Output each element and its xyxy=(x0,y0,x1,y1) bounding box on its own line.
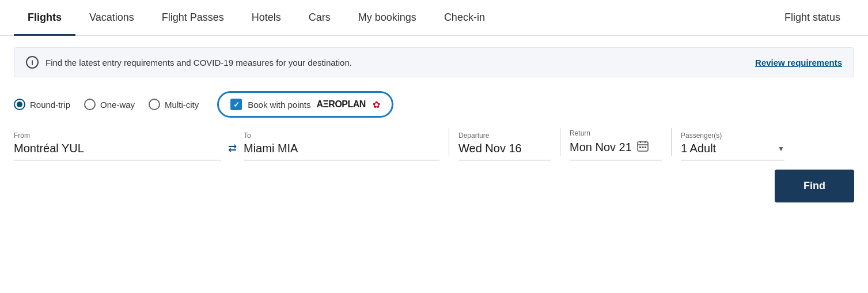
one-way-label: One-way xyxy=(100,100,135,110)
covid-info-banner: i Find the latest entry requirements and… xyxy=(14,47,854,77)
aeroplan-brand: AΞROPLAN xyxy=(316,99,365,110)
return-value-row: Mon Nov 21 xyxy=(570,140,662,160)
trip-options-row: Round-trip One-way Multi-city ✓ Book wit… xyxy=(0,84,868,122)
find-button-row: Find xyxy=(0,160,868,215)
banner-text: Find the latest entry requirements and C… xyxy=(46,58,755,67)
multi-city-option[interactable]: Multi-city xyxy=(149,99,199,110)
nav-check-in[interactable]: Check-in xyxy=(430,0,499,36)
return-field[interactable]: Return Mon Nov 21 xyxy=(570,129,662,160)
from-value[interactable]: Montréal YUL xyxy=(14,142,221,160)
from-field[interactable]: From Montréal YUL xyxy=(14,132,221,160)
aeroplan-checkbox: ✓ xyxy=(230,99,242,110)
passengers-label: Passenger(s) xyxy=(681,132,784,140)
nav-flight-status[interactable]: Flight status xyxy=(771,0,854,36)
round-trip-radio[interactable] xyxy=(14,99,25,110)
one-way-radio[interactable] xyxy=(84,99,96,110)
review-requirements-link[interactable]: Review requirements xyxy=(755,58,842,67)
round-trip-radio-inner xyxy=(17,102,22,107)
main-nav: Flights Vacations Flight Passes Hotels C… xyxy=(0,0,868,36)
nav-cars[interactable]: Cars xyxy=(295,0,344,36)
svg-rect-4 xyxy=(639,146,641,148)
round-trip-label: Round-trip xyxy=(30,100,70,110)
field-divider-3 xyxy=(671,128,672,156)
maple-leaf-icon: ✿ xyxy=(373,99,380,110)
aeroplan-toggle[interactable]: ✓ Book with points AΞROPLAN ✿ xyxy=(217,91,393,118)
return-value[interactable]: Mon Nov 21 xyxy=(570,141,632,154)
to-field[interactable]: To Miami MIA xyxy=(244,132,439,160)
multi-city-label: Multi-city xyxy=(165,100,199,110)
nav-my-bookings[interactable]: My bookings xyxy=(344,0,430,36)
nav-hotels[interactable]: Hotels xyxy=(238,0,295,36)
svg-rect-5 xyxy=(642,146,643,148)
one-way-option[interactable]: One-way xyxy=(84,99,135,110)
find-button[interactable]: Find xyxy=(775,170,854,202)
round-trip-option[interactable]: Round-trip xyxy=(14,99,70,110)
multi-city-radio[interactable] xyxy=(149,99,160,110)
search-fields-row: From Montréal YUL ⇄ To Miami MIA Departu… xyxy=(0,122,868,160)
departure-field[interactable]: Departure Wed Nov 16 xyxy=(458,132,551,160)
calendar-icon[interactable] xyxy=(636,140,649,155)
checkmark-icon: ✓ xyxy=(233,100,240,109)
passengers-field[interactable]: Passenger(s) 1 Adult ▼ xyxy=(681,132,784,160)
to-value[interactable]: Miami MIA xyxy=(244,142,439,160)
svg-rect-6 xyxy=(645,146,646,148)
swap-button[interactable]: ⇄ xyxy=(228,142,237,155)
return-label: Return xyxy=(570,129,662,137)
departure-label: Departure xyxy=(458,132,551,140)
field-divider xyxy=(449,128,449,156)
nav-flight-passes[interactable]: Flight Passes xyxy=(148,0,238,36)
passengers-value-row: 1 Adult ▼ xyxy=(681,142,784,160)
to-label: To xyxy=(244,132,439,140)
from-label: From xyxy=(14,132,221,140)
passengers-value[interactable]: 1 Adult xyxy=(681,142,773,155)
info-icon: i xyxy=(26,56,39,69)
departure-value[interactable]: Wed Nov 16 xyxy=(458,142,551,160)
nav-flights[interactable]: Flights xyxy=(14,0,75,36)
dropdown-arrow-icon: ▼ xyxy=(778,145,784,153)
swap-icon: ⇄ xyxy=(228,142,237,155)
nav-vacations[interactable]: Vacations xyxy=(75,0,148,36)
aeroplan-label: Book with points xyxy=(248,100,310,110)
field-divider-2 xyxy=(560,128,560,156)
